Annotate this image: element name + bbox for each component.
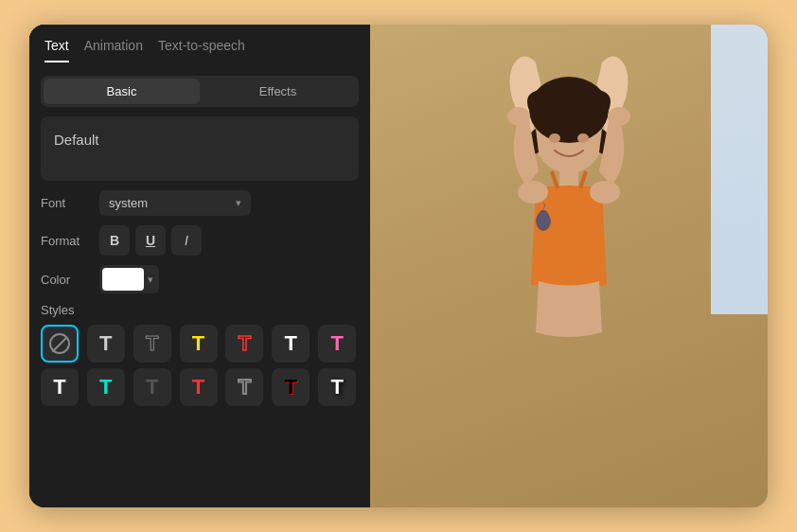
no-style-icon [49,333,70,354]
style-t-teal: T [99,375,112,399]
svg-point-9 [507,107,530,126]
font-value: system [109,196,228,210]
style-yellow[interactable]: T [180,325,218,363]
style-none[interactable] [41,325,79,363]
style-t-dark: T [146,375,158,399]
style-white-bold[interactable]: T [272,325,310,363]
style-red-outline[interactable]: T [225,325,263,363]
svg-point-2 [549,133,560,143]
style-t-black-red: T [285,375,297,399]
style-t-red-solid: T [192,375,204,399]
color-row: Color ▾ [41,265,359,293]
style-outline-white[interactable]: T [225,368,263,406]
tab-animation[interactable]: Animation [84,38,143,62]
tab-text[interactable]: Text [44,38,69,62]
svg-point-10 [608,107,630,126]
underline-button[interactable]: U [135,225,166,256]
style-t-shadow: T [53,375,65,399]
default-text-label: Default [54,132,99,148]
style-black-red[interactable]: T [272,368,310,406]
svg-line-6 [580,171,586,188]
main-card: Text Animation Text-to-speech Basic Effe… [29,25,768,507]
font-row: Font system ▾ [41,190,359,216]
style-pink[interactable]: T [318,325,356,363]
style-teal[interactable]: T [87,368,125,406]
svg-line-5 [552,171,558,188]
font-dropdown[interactable]: system ▾ [99,190,251,216]
style-t-pink: T [330,331,343,356]
basic-effects-toggle: Basic Effects [41,76,359,107]
svg-point-1 [529,77,609,143]
format-label: Format [41,234,90,248]
color-chevron-icon: ▾ [148,274,153,286]
person-figure [455,25,682,507]
bold-button[interactable]: B [99,225,130,256]
style-outline[interactable]: T [133,325,171,363]
svg-point-8 [590,181,620,204]
font-label: Font [41,196,90,210]
form-section: Font system ▾ Format B U I Color [29,181,370,293]
right-photo-panel [370,25,768,507]
toggle-basic[interactable]: Basic [44,79,200,104]
svg-point-7 [518,181,548,204]
tab-tts[interactable]: Text-to-speech [158,38,245,62]
default-text-box: Default [41,116,359,181]
sky-bg [711,25,768,314]
style-dark[interactable]: T [133,368,171,406]
color-dropdown[interactable]: ▾ [99,265,159,293]
italic-button[interactable]: I [171,225,202,256]
style-t-red-outline: T [239,331,251,356]
style-shadow[interactable]: T [41,368,79,406]
svg-point-3 [577,133,589,143]
chevron-down-icon: ▾ [236,197,241,209]
style-t-white-dark-shadow: T [330,375,343,399]
tab-bar: Text Animation Text-to-speech [29,25,370,62]
style-t-plain: T [99,331,112,356]
styles-label: Styles [41,303,359,317]
style-red-solid[interactable]: T [180,368,218,406]
style-t-white-bold: T [285,331,297,356]
style-white-dark-shadow[interactable]: T [318,368,356,406]
styles-section: Styles T T T T T [29,293,370,406]
style-t-yellow: T [192,331,204,356]
style-plain[interactable]: T [87,325,125,363]
style-t-outline: T [146,331,158,356]
color-label: Color [41,273,90,287]
toggle-effects[interactable]: Effects [200,79,356,104]
left-panel: Text Animation Text-to-speech Basic Effe… [29,25,370,507]
format-buttons: B U I [99,225,202,256]
styles-grid: T T T T T T T [41,325,359,406]
format-row: Format B U I [41,225,359,256]
color-swatch-white [102,268,144,291]
photo-background [370,25,768,507]
style-t-outline-white: T [239,375,251,399]
